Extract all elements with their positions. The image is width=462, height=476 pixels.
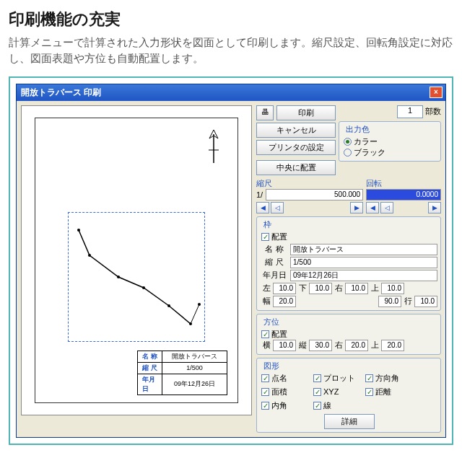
scale-bar-left[interactable]: ◁ xyxy=(271,202,284,213)
frame-name-input[interactable] xyxy=(290,244,437,255)
frame-date-label: 年月日 xyxy=(261,270,287,281)
compass-icon xyxy=(204,128,223,164)
frame-top-input[interactable] xyxy=(381,283,404,294)
cartouche: 名 称開放トラバース 縮 尺1/500 年月日09年12月26日 xyxy=(137,351,227,395)
frame-width-input[interactable] xyxy=(273,296,296,307)
scale-group-label: 縮尺 xyxy=(256,178,363,189)
figure-group-label: 図形 xyxy=(261,361,282,371)
dir-h-input[interactable] xyxy=(273,340,296,351)
dir-r-input[interactable] xyxy=(345,340,368,351)
radio-black[interactable]: ブラック xyxy=(344,147,437,158)
title-bar[interactable]: 開放トラバース 印刷 × xyxy=(17,84,445,101)
scale-left-icon[interactable]: ◀ xyxy=(256,202,269,213)
rotation-group-label: 回転 xyxy=(366,178,441,189)
chk-xyz[interactable]: XYZ xyxy=(313,387,358,397)
chk-area[interactable]: 面積 xyxy=(261,387,306,397)
copies-label: 部数 xyxy=(425,106,441,117)
frame-right-input[interactable] xyxy=(345,283,368,294)
cartouche-date-label: 年月日 xyxy=(138,374,162,395)
chk-distance-label: 距離 xyxy=(375,387,391,397)
frame-place-label: 配置 xyxy=(271,232,287,242)
chk-line-label: 線 xyxy=(323,400,331,411)
window-title: 開放トラバース 印刷 xyxy=(19,87,430,99)
cartouche-name-value: 開放トラバース xyxy=(162,351,227,362)
controls-panel: 🖶 印刷 キャンセル プリンタの設定 中央に配置 1 部数 出力色 カラー xyxy=(256,105,441,433)
chk-distance[interactable]: 距離 xyxy=(365,387,410,397)
frame-group: 枠 配置 名 称 縮 尺 年月日 左 下 右 上 幅 行 xyxy=(256,216,441,311)
dir-v-input[interactable] xyxy=(309,340,332,351)
page-description: 計算メニューで計算された入力形状を図面として印刷します。縮尺設定、回転角設定に対… xyxy=(9,35,453,66)
dir-v-label: 縦 xyxy=(297,340,308,351)
frame-bottom-input[interactable] xyxy=(309,283,332,294)
frame-row-input[interactable] xyxy=(414,296,437,307)
printer-icon[interactable]: 🖶 xyxy=(256,105,274,120)
frame-right-label: 右 xyxy=(334,283,344,294)
frame-top-label: 上 xyxy=(370,283,380,294)
page-inner: 名 称開放トラバース 縮 尺1/500 年月日09年12月26日 xyxy=(35,118,238,403)
cartouche-name-label: 名 称 xyxy=(138,351,162,362)
frame-width-label: 幅 xyxy=(261,296,271,307)
center-button[interactable]: 中央に配置 xyxy=(256,160,336,175)
dir-t-label: 上 xyxy=(370,340,380,351)
page-outer: 名 称開放トラバース 縮 尺1/500 年月日09年12月26日 xyxy=(21,105,252,415)
chk-in-angle-label: 内角 xyxy=(271,400,287,411)
frame-bottom-label: 下 xyxy=(297,283,308,294)
chk-point-name[interactable]: 点名 xyxy=(261,373,306,384)
copies-select[interactable]: 1 xyxy=(397,105,423,118)
output-color-group: 出力色 カラー ブラック xyxy=(339,121,441,162)
direction-place-label: 配置 xyxy=(271,329,287,340)
close-icon[interactable]: × xyxy=(430,87,443,98)
output-color-label: 出力色 xyxy=(344,124,372,135)
direction-group: 方位 配置 横 縦 右 上 xyxy=(256,314,441,355)
cartouche-scale-label: 縮 尺 xyxy=(138,362,162,374)
screenshot-frame: 開放トラバース 印刷 × xyxy=(9,76,453,445)
chk-dir-angle-label: 方向角 xyxy=(375,373,399,384)
dir-t-input[interactable] xyxy=(381,340,404,351)
print-preview: 名 称開放トラバース 縮 尺1/500 年月日09年12月26日 xyxy=(21,105,252,433)
chk-xyz-label: XYZ xyxy=(323,387,339,396)
chk-area-label: 面積 xyxy=(271,387,287,397)
cartouche-scale-value: 1/500 xyxy=(162,362,227,374)
chk-dir-angle[interactable]: 方向角 xyxy=(365,373,410,384)
scale-right-icon[interactable]: ▶ xyxy=(350,202,363,213)
print-dialog-window: 開放トラバース 印刷 × xyxy=(16,84,446,438)
selection-rect xyxy=(68,212,205,342)
chk-line[interactable]: 線 xyxy=(313,400,358,411)
frame-scale-label: 縮 尺 xyxy=(261,257,287,268)
page-heading: 印刷機能の充実 xyxy=(9,9,453,30)
chk-plot[interactable]: プロット xyxy=(313,373,358,384)
radio-color-label: カラー xyxy=(354,136,378,147)
direction-group-label: 方位 xyxy=(261,317,282,327)
chk-point-name-label: 点名 xyxy=(271,373,287,384)
figure-group: 図形 点名 プロット 方向角 面積 XYZ 距離 内角 線 詳細 xyxy=(256,358,441,433)
chk-in-angle[interactable]: 内角 xyxy=(261,400,306,411)
print-button[interactable]: 印刷 xyxy=(276,105,336,120)
rotation-input[interactable] xyxy=(366,189,441,200)
frame-date-input[interactable] xyxy=(290,270,437,281)
cartouche-date-value: 09年12月26日 xyxy=(162,374,227,395)
rot-left-icon[interactable]: ◀ xyxy=(366,202,379,213)
dir-r-label: 右 xyxy=(334,340,344,351)
radio-black-label: ブラック xyxy=(354,147,385,158)
radio-color[interactable]: カラー xyxy=(344,136,437,147)
printer-setup-button[interactable]: プリンタの設定 xyxy=(256,140,336,155)
frame-row-label: 行 xyxy=(403,296,413,307)
frame-height-input[interactable] xyxy=(378,296,401,307)
rot-bar-left[interactable]: ◁ xyxy=(380,202,393,213)
frame-left-label: 左 xyxy=(261,283,271,294)
frame-scale-input[interactable] xyxy=(290,257,437,268)
frame-name-label: 名 称 xyxy=(261,244,287,255)
rot-right-icon[interactable]: ▶ xyxy=(428,202,441,213)
direction-place-checkbox[interactable]: 配置 xyxy=(261,329,437,340)
frame-place-checkbox[interactable]: 配置 xyxy=(261,232,437,242)
dir-h-label: 横 xyxy=(261,340,271,351)
details-button[interactable]: 詳細 xyxy=(324,414,375,429)
frame-group-label: 枠 xyxy=(261,219,274,230)
scale-input[interactable] xyxy=(266,189,363,200)
chk-plot-label: プロット xyxy=(323,373,355,384)
scale-prefix: 1/ xyxy=(256,190,263,199)
cancel-button[interactable]: キャンセル xyxy=(256,123,336,138)
frame-left-input[interactable] xyxy=(273,283,296,294)
